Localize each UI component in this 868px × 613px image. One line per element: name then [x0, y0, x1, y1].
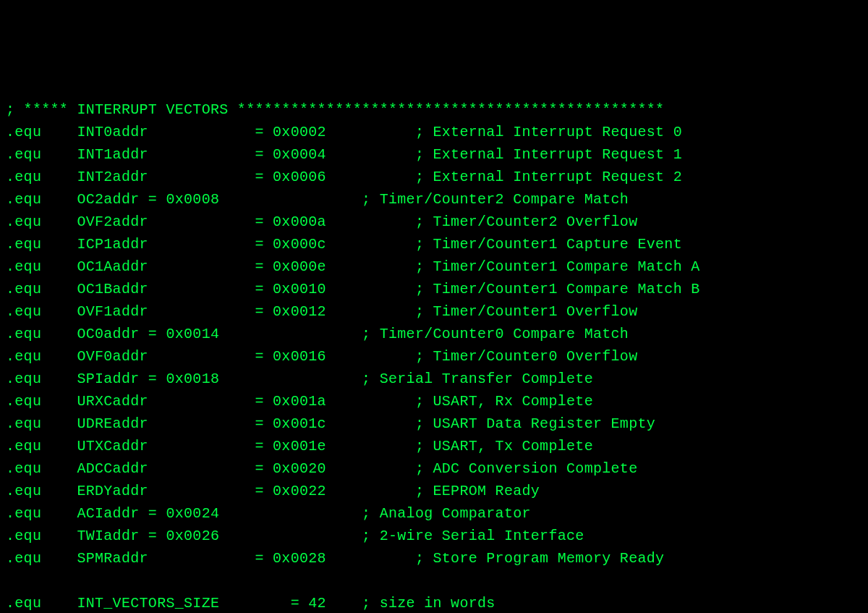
- code-block: ; ***** INTERRUPT VECTORS **************…: [6, 98, 862, 613]
